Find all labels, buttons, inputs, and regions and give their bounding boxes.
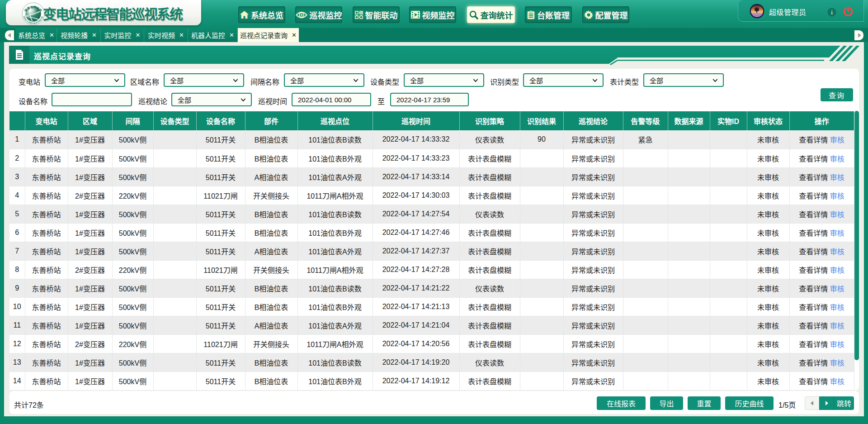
svg-text:i: i — [831, 9, 833, 16]
